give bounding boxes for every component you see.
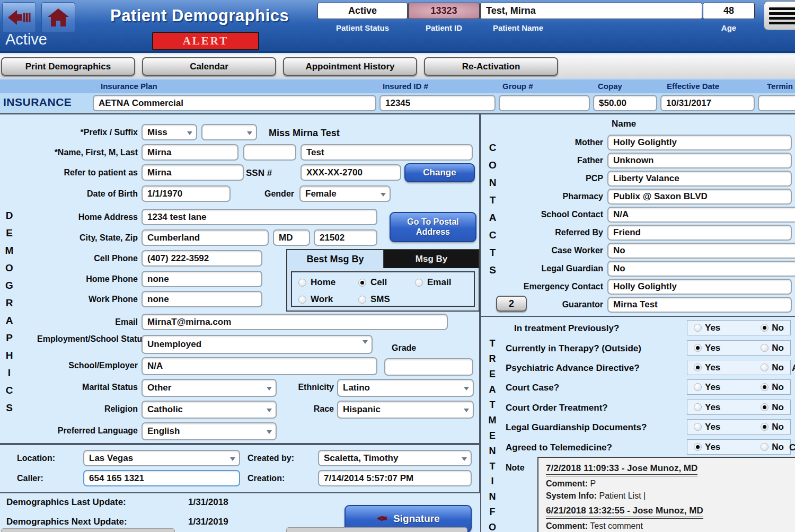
- appointment-history-button[interactable]: Appointment History: [283, 57, 417, 76]
- ssn-field[interactable]: XXX-XX-2700: [301, 164, 401, 181]
- calendar-button[interactable]: Calendar: [142, 57, 276, 76]
- last-update-label: Demographics Last Update:: [6, 497, 126, 508]
- contact-father-field[interactable]: Unknown: [607, 153, 792, 169]
- effective-date-field[interactable]: 10/31/2017: [660, 95, 755, 111]
- back-button[interactable]: [2, 2, 36, 33]
- radio-option-no[interactable]: No: [761, 343, 784, 353]
- zip-field[interactable]: 21502: [314, 229, 377, 246]
- employment-status-dropdown[interactable]: Unemployed: [142, 335, 373, 354]
- menu-button[interactable]: [764, 1, 795, 30]
- caller-field[interactable]: 654 165 1321: [83, 470, 240, 486]
- school-employer-field[interactable]: N/A: [142, 357, 377, 375]
- radio-option-yes[interactable]: Yes: [694, 442, 720, 453]
- tab-best-msg-by[interactable]: Best Msg By: [287, 250, 384, 268]
- grade-field[interactable]: [384, 358, 473, 376]
- group-field[interactable]: [499, 95, 590, 111]
- radio-option-no[interactable]: No: [761, 382, 784, 393]
- insured-id-field[interactable]: 12345: [379, 95, 496, 111]
- change-ssn-button[interactable]: Change: [404, 163, 475, 182]
- state-field[interactable]: MD: [273, 229, 310, 246]
- dob-field[interactable]: 1/1/1970: [142, 185, 231, 202]
- refer-field[interactable]: Mirna: [142, 164, 244, 181]
- print-demographics-button[interactable]: Print Demographics: [1, 57, 135, 76]
- msg-option-work[interactable]: Work: [298, 294, 333, 305]
- contact-pcp-field[interactable]: Liberty Valance: [607, 171, 792, 187]
- contact-mother-field[interactable]: Holly Golightly: [607, 135, 792, 150]
- patient-id-field[interactable]: 13323: [408, 3, 480, 19]
- contact-referred-by-field[interactable]: Friend: [607, 225, 792, 241]
- re-activation-button[interactable]: Re-Activation: [424, 57, 558, 76]
- contact-school-field[interactable]: N/A: [607, 207, 795, 223]
- termination-field[interactable]: [758, 95, 795, 111]
- chevron-down-icon: [363, 340, 368, 344]
- chevron-down-icon: [267, 409, 272, 412]
- suffix-dropdown[interactable]: [201, 124, 257, 140]
- gender-label: Gender: [233, 189, 294, 199]
- radio-sms[interactable]: [358, 296, 366, 304]
- contact-guarantor-field[interactable]: Mirna Test: [607, 297, 792, 313]
- go-to-postal-address-button[interactable]: Go To Postal Address: [390, 212, 476, 242]
- home-button[interactable]: [41, 2, 75, 33]
- work-phone-field[interactable]: none: [142, 291, 262, 307]
- radio-option-no[interactable]: No: [761, 402, 784, 413]
- guarantor-count-button[interactable]: 2: [496, 296, 527, 312]
- alert-button[interactable]: ALERT: [152, 32, 259, 50]
- patient-status-field[interactable]: Active: [317, 3, 408, 19]
- radio-group-telemedicine: Yes No: [687, 439, 791, 455]
- cell-phone-field[interactable]: (407) 222-3592: [142, 250, 262, 267]
- radio-cell[interactable]: [358, 279, 366, 287]
- msg-option-sms[interactable]: SMS: [358, 294, 390, 305]
- location-label: Location:: [17, 454, 55, 463]
- radio-option-yes[interactable]: Yes: [694, 382, 720, 393]
- col-insurance-plan: Insurance Plan: [101, 82, 157, 91]
- contact-case-worker-field[interactable]: No: [607, 243, 795, 259]
- home-address-field[interactable]: 1234 test lane: [142, 209, 377, 225]
- email-field[interactable]: MirnaT@mirna.com: [142, 314, 448, 330]
- radio-option-yes[interactable]: Yes: [694, 402, 720, 413]
- msg-option-email[interactable]: Email: [415, 277, 451, 288]
- radio-work[interactable]: [298, 296, 306, 304]
- prefix-dropdown[interactable]: Miss: [142, 124, 197, 140]
- radio-email[interactable]: [415, 279, 423, 287]
- msg-option-cell[interactable]: Cell: [358, 277, 387, 288]
- prefix-suffix-label: *Prefix / Suffix: [32, 128, 138, 137]
- note-line: System Info: Patient List |: [546, 491, 795, 501]
- radio-option-no[interactable]: No: [761, 362, 784, 373]
- tab-msg-by[interactable]: Msg By: [384, 250, 479, 268]
- radio-option-yes[interactable]: Yes: [694, 362, 720, 373]
- location-dropdown[interactable]: Las Vegas: [83, 450, 240, 466]
- radio-option-no[interactable]: No: [761, 323, 784, 333]
- note-label: Note: [506, 463, 525, 473]
- radio-option-no[interactable]: No: [761, 422, 784, 432]
- treatment-question-label: Court Order Treatment?: [506, 403, 608, 413]
- marital-status-dropdown[interactable]: Other: [142, 379, 277, 397]
- radio-home[interactable]: [298, 279, 306, 287]
- status-text-left: Active: [5, 31, 47, 48]
- religion-dropdown[interactable]: Catholic: [142, 401, 277, 419]
- home-phone-field[interactable]: none: [142, 271, 262, 287]
- copay-field[interactable]: $50.00: [593, 95, 657, 111]
- ethnicity-dropdown[interactable]: Latino: [337, 379, 474, 397]
- last-name-field[interactable]: Test: [301, 144, 473, 161]
- gender-dropdown[interactable]: Female: [299, 185, 391, 202]
- radio-option-no[interactable]: No: [761, 442, 784, 453]
- contact-legal-guardian-field[interactable]: No: [607, 261, 795, 277]
- insurance-plan-field[interactable]: AETNA Commercial: [93, 95, 376, 111]
- age-field[interactable]: 48: [703, 3, 755, 19]
- radio-option-yes[interactable]: Yes: [694, 343, 720, 353]
- creation-date-field[interactable]: 7/14/2014 5:57:07 PM: [318, 470, 472, 486]
- city-field[interactable]: Cumberland: [142, 229, 269, 246]
- preferred-language-dropdown[interactable]: English: [142, 422, 277, 440]
- created-by-dropdown[interactable]: Scaletta, Timothy: [318, 450, 472, 466]
- contact-pharmacy-field[interactable]: Publix @ Saxon BLVD: [607, 189, 792, 205]
- contact-emergency-field[interactable]: Holly Golightly: [607, 279, 792, 295]
- msg-option-home[interactable]: Home: [298, 277, 335, 288]
- col-group: Group #: [502, 82, 533, 91]
- race-dropdown[interactable]: Hispanic: [337, 401, 474, 419]
- radio-option-yes[interactable]: Yes: [694, 422, 720, 432]
- middle-name-field[interactable]: [243, 144, 296, 161]
- note-box[interactable]: 7/2/2018 11:09:33 - Jose Munoz, MD Comme…: [537, 457, 795, 532]
- first-name-field[interactable]: Mirna: [142, 144, 238, 161]
- patient-name-field[interactable]: Test, Mirna: [480, 3, 702, 19]
- radio-option-yes[interactable]: Yes: [694, 323, 720, 333]
